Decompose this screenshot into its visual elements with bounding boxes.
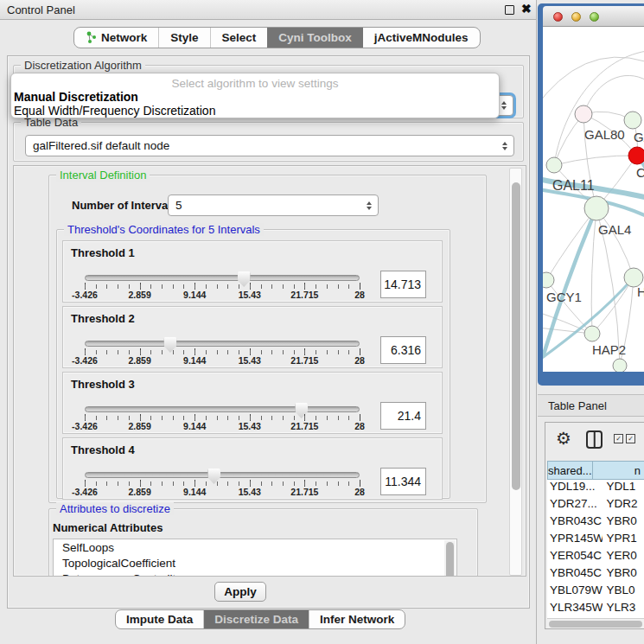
threshold-value-field[interactable]: 11.344 [380,468,426,495]
horizontal-scrollbar[interactable] [547,618,644,628]
cell-shared-name: YDL19... [547,480,603,497]
cell-shared-name: YER054C [547,549,603,566]
tick-label: 21.715 [290,290,318,300]
table-data-groupbox: Table Data galFiltered.sif default node [13,122,524,162]
list-item[interactable]: SelfLoops [54,539,456,555]
checkbox-icon[interactable]: ✓ [614,434,623,443]
tick-label: 15.43 [239,290,261,300]
cell-name: YER0 [603,549,644,566]
mac-minimize-button[interactable] [571,12,581,22]
panel-title: Control Panel [7,3,75,16]
slider-minor-ticks [85,416,360,420]
tab-label: Infer Network [320,613,394,626]
option-manual-discretization[interactable]: Manual Discretization [14,90,138,104]
table-row[interactable]: YER054CYER0 [547,549,644,566]
tab-infer-network[interactable]: Infer Network [309,610,405,628]
threshold-slider-track[interactable] [85,275,360,281]
threshold-label: Threshold 3 [71,378,135,391]
mac-close-button[interactable] [553,12,563,22]
tick-label: 21.715 [290,355,318,366]
slider-tick-labels: -3.4262.8599.14415.4321.71528 [85,487,360,497]
column-header-shared-name[interactable]: shared... [547,461,593,480]
node-hap2[interactable] [584,326,600,341]
table-row[interactable]: YBR045CYBR0 [547,566,644,583]
threshold-value-field[interactable]: 6.316 [380,336,426,364]
table-row[interactable]: YDR27...YDR2 [547,497,644,514]
node-label: GAL4 [598,222,631,237]
node-gal11[interactable] [546,157,562,173]
cell-shared-name: YDR27... [547,497,603,514]
tick-label: -3.426 [72,487,98,497]
slider-tick-labels: -3.4262.8599.14415.4321.71528 [85,290,360,300]
vertical-scrollbar[interactable] [509,168,522,576]
interval-definition-groupbox: Interval Definition Number of Intervals … [48,175,487,503]
node-red-selected[interactable] [628,147,644,164]
threshold-slider-track[interactable] [85,341,360,347]
gear-icon[interactable]: ⚙ [556,428,571,449]
apply-button[interactable]: Apply [214,582,266,602]
attributes-group-title: Attributes to discretize [56,502,174,515]
table-row[interactable]: YBR043CYBR0 [547,514,644,532]
tick-label: 21.715 [290,421,318,431]
attributes-groupbox: Attributes to discretize Numerical Attri… [48,508,478,577]
tab-impute-data[interactable]: Impute Data [116,610,203,628]
tab-label: Discretize Data [214,613,298,626]
thresholds-groupbox: Threshold's Coordinates for 5 Intervals … [56,229,450,499]
cell-name: YBL0 [603,583,644,601]
tick-label: 9.144 [183,487,206,497]
cell-name: YBR0 [603,566,644,583]
slider-minor-ticks [85,350,360,354]
horizontal-scrollbar-thumb[interactable] [549,621,642,628]
list-scrollbar-thumb[interactable] [446,542,454,577]
table-data-combobox[interactable]: galFiltered.sif default node [25,135,514,156]
threshold-value-field[interactable]: 14.713 [380,271,426,298]
slider-minor-ticks [85,284,360,289]
network-canvas[interactable]: GAL80 GA C GAL11 GAL4 GCY1 H HAP2 [543,27,644,372]
node-gal80[interactable] [575,105,592,123]
tick-label: 28 [354,421,365,431]
table-row[interactable]: YPR145WYPR1 [547,532,644,549]
node-bottom[interactable] [613,359,627,372]
node-gal4[interactable] [584,196,609,220]
tab-network[interactable]: Network [74,28,158,48]
threshold-panel-3: Threshold 3-3.4262.8599.14415.4321.71528… [62,372,443,434]
number-of-intervals-combobox[interactable]: 5 [168,194,379,216]
list-item[interactable]: TopologicalCoefficient [54,555,456,571]
threshold-slider-track[interactable] [85,406,360,412]
tab-style[interactable]: Style [158,28,209,48]
cell-name: YDL1 [603,480,644,497]
cell-name: YDR2 [603,497,644,514]
checkbox-icon[interactable]: ✓ [626,434,635,443]
combo-arrows-icon [502,142,507,150]
table-row[interactable]: YBL079WYBL0 [547,583,644,601]
mac-zoom-button[interactable] [590,12,599,22]
threshold-panel-2: Threshold 2-3.4262.8599.14415.4321.71528… [62,306,443,368]
table-header-row: shared... n [547,461,644,480]
tick-label: 15.43 [239,355,261,366]
close-icon[interactable]: ✖ [521,2,532,16]
node-label: GAL11 [552,178,595,193]
table-row[interactable]: YDL19...YDL1 [547,480,644,497]
slider-tick-labels: -3.4262.8599.14415.4321.71528 [85,421,360,431]
option-equal-width-frequency[interactable]: Equal Width/Frequency Discretization [14,104,215,118]
list-scrollbar[interactable] [444,540,456,577]
algorithm-group-title: Discretization Algorithm [21,59,145,72]
tab-discretize-data[interactable]: Discretize Data [203,610,309,628]
tab-cyni-toolbox[interactable]: Cyni Toolbox [267,28,363,48]
table-row[interactable]: YLR345WYLR3 [547,601,644,618]
columns-icon[interactable] [586,430,603,449]
tab-select[interactable]: Select [210,28,268,48]
cell-name: YLR3 [603,601,644,618]
list-item[interactable]: BetweennessCentrality [54,571,456,577]
tab-jactivemnodules[interactable]: jActiveMNodules [363,28,480,48]
threshold-value-field[interactable]: 21.4 [380,402,426,430]
float-window-icon[interactable] [505,5,514,15]
column-header-name[interactable]: n [593,461,644,480]
vertical-scrollbar-thumb[interactable] [512,182,520,490]
tab-label: Cyni Toolbox [278,31,352,44]
node-ga[interactable] [624,112,641,129]
node-label: GCY1 [546,290,582,304]
cell-shared-name: YBR043C [547,514,603,532]
node-gcy1[interactable] [543,272,554,288]
threshold-slider-track[interactable] [85,472,360,478]
